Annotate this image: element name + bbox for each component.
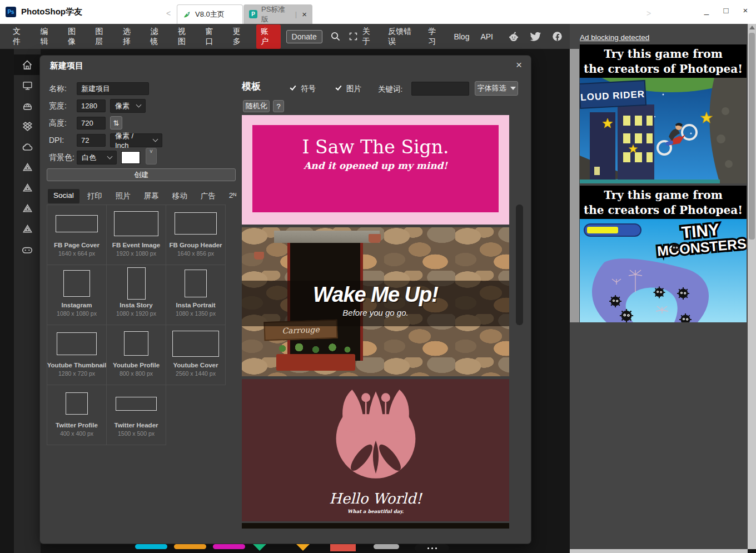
fullscreen-icon[interactable] bbox=[349, 32, 358, 41]
cloud-icon bbox=[21, 141, 33, 153]
scrollbar-thumb[interactable] bbox=[749, 33, 755, 240]
tab-social[interactable]: Social bbox=[48, 189, 79, 203]
sidebar-item-gdrive-4[interactable] bbox=[14, 219, 41, 240]
menu-more[interactable]: 更多 bbox=[227, 24, 254, 49]
screen: Ps PhotoShop学友 < V8.0主页 P PS标准版 | × > _ … bbox=[0, 0, 756, 553]
color-picker-expand-button[interactable]: ˅ bbox=[146, 148, 157, 165]
template-youtube-thumbnail[interactable]: Youtube Thumbnail 1280 x 720 px bbox=[47, 325, 107, 385]
templates-scrollbar[interactable] bbox=[516, 205, 523, 325]
tab-mobile[interactable]: 移动 bbox=[167, 189, 193, 203]
tab-power-of-two[interactable]: 2ᴺ bbox=[223, 189, 242, 203]
menu-select[interactable]: 选择 bbox=[117, 24, 144, 49]
font-filter-button[interactable]: 字体筛选 bbox=[475, 81, 518, 96]
tab-ads[interactable]: 广告 bbox=[195, 189, 221, 203]
sidebar-item-this-device[interactable] bbox=[14, 75, 41, 96]
page-scrollbar[interactable] bbox=[748, 24, 756, 549]
sidebar-item-onedrive[interactable] bbox=[14, 137, 41, 157]
keyword-input[interactable] bbox=[411, 82, 469, 96]
tab-photo[interactable]: 照片 bbox=[110, 189, 136, 203]
menu-window[interactable]: 窗口 bbox=[199, 24, 226, 49]
chevron-down-icon bbox=[153, 137, 158, 142]
dialog-close-icon[interactable]: × bbox=[514, 58, 524, 72]
template-youtube-profile[interactable]: Youtube Profile 800 x 800 px bbox=[107, 325, 166, 385]
tiny-monsters-image: TINY MOONSTERS bbox=[580, 219, 747, 322]
sidebar-item-gdrive-3[interactable] bbox=[14, 198, 41, 219]
template-fb-group-header[interactable]: FB Group Header 1640 x 856 px bbox=[166, 205, 226, 265]
template-category-tabs: Social 打印 照片 屏幕 移动 广告 2ᴺ bbox=[48, 189, 242, 203]
template-sliver-red bbox=[330, 544, 356, 551]
tab-close-icon[interactable]: × bbox=[302, 9, 307, 19]
ad-loud-rider[interactable]: Try this game from the creators of Photo… bbox=[580, 44, 747, 183]
minimize-button[interactable]: _ bbox=[700, 6, 713, 15]
dpi-input[interactable] bbox=[77, 134, 106, 147]
swap-arrows-icon: ⇅ bbox=[113, 119, 120, 127]
menu-image[interactable]: 图像 bbox=[62, 24, 89, 49]
menu-blog[interactable]: Blog bbox=[449, 29, 474, 44]
reddit-icon[interactable] bbox=[508, 31, 520, 43]
sidebar-item-gdrive-1[interactable] bbox=[14, 157, 41, 178]
sidebar-item-home[interactable] bbox=[14, 54, 41, 75]
template-twitter-header[interactable]: Twitter Header 1500 x 500 px bbox=[107, 385, 166, 445]
template-preview-wall[interactable]: Carrouge Wake Me Up! Before you go go. bbox=[242, 227, 509, 376]
maximize-button[interactable]: □ bbox=[720, 6, 732, 15]
flower-pot bbox=[254, 252, 264, 260]
ad-blocking-link[interactable]: Ad blocking detected bbox=[580, 33, 649, 42]
width-unit-select[interactable]: 像素 bbox=[110, 99, 146, 113]
menu-view[interactable]: 视图 bbox=[172, 24, 199, 49]
height-input[interactable] bbox=[77, 117, 106, 129]
menu-layer[interactable]: 图层 bbox=[89, 24, 116, 49]
background-select[interactable]: 白色 bbox=[77, 151, 117, 165]
menu-edit[interactable]: 编辑 bbox=[34, 24, 61, 49]
menu-about[interactable]: 关于 bbox=[358, 24, 381, 49]
gdrive-icon bbox=[22, 203, 33, 215]
name-input[interactable] bbox=[77, 82, 149, 95]
sidebar-item-gdrive-2[interactable] bbox=[14, 178, 41, 198]
width-label: 宽度: bbox=[49, 101, 67, 111]
template-fb-page-cover[interactable]: FB Page Cover 1640 x 664 px bbox=[47, 205, 107, 265]
monitor-icon bbox=[22, 79, 33, 91]
help-button[interactable]: ? bbox=[273, 100, 284, 112]
sidebar-item-templates[interactable] bbox=[14, 96, 41, 116]
template-insta-portrait[interactable]: Insta Portrait 1080 x 1350 px bbox=[166, 265, 226, 325]
template-insta-story[interactable]: Insta Story 1080 x 1920 px bbox=[107, 265, 166, 325]
menu-file[interactable]: 文件 bbox=[7, 24, 34, 49]
search-icon[interactable] bbox=[330, 31, 341, 42]
sidebar-item-games[interactable] bbox=[14, 240, 41, 260]
scroll-up-icon[interactable] bbox=[749, 26, 755, 29]
browser-tab-photopea[interactable]: P PS标准版 | × bbox=[243, 4, 312, 24]
menu-learn[interactable]: 学习 bbox=[424, 24, 447, 49]
menu-report-bug[interactable]: 反馈错误 bbox=[384, 24, 421, 49]
template-youtube-cover[interactable]: Youtube Cover 2560 x 1440 px bbox=[166, 325, 226, 385]
dpi-unit-select[interactable]: 像素 / Inch bbox=[110, 133, 162, 147]
dpi-label: DPI: bbox=[49, 136, 64, 145]
triangle-down-icon bbox=[510, 87, 516, 90]
templates-panel-title: 模板 bbox=[242, 80, 261, 93]
randomize-button[interactable]: 随机化 bbox=[243, 100, 270, 112]
template-fb-event-image[interactable]: FB Event Image 1920 x 1080 px bbox=[107, 205, 166, 265]
dropbox-icon bbox=[22, 121, 33, 132]
menu-filter[interactable]: 滤镜 bbox=[144, 24, 171, 49]
twitter-icon[interactable] bbox=[530, 31, 541, 42]
facebook-icon[interactable] bbox=[551, 31, 563, 42]
width-input[interactable] bbox=[77, 99, 106, 112]
template-twitter-profile[interactable]: Twitter Profile 400 x 400 px bbox=[47, 385, 107, 445]
poster-subtitle: Before you go go. bbox=[242, 308, 509, 317]
template-preview-flower[interactable]: Hello World! What a beautiful day. bbox=[242, 379, 509, 521]
tab-scroll-right-icon[interactable]: > bbox=[646, 9, 651, 18]
create-button[interactable]: 创建 bbox=[47, 168, 236, 181]
background-color-swatch[interactable] bbox=[121, 151, 140, 164]
browser-tab-home[interactable]: V8.0主页 bbox=[177, 4, 243, 24]
tab-screen[interactable]: 屏幕 bbox=[138, 189, 165, 203]
donate-button[interactable]: Donate bbox=[286, 30, 322, 43]
tab-scroll-left-icon[interactable]: < bbox=[166, 9, 171, 18]
tab-print[interactable]: 打印 bbox=[82, 189, 108, 203]
close-button[interactable]: × bbox=[739, 6, 752, 15]
template-preview-partial bbox=[242, 523, 509, 529]
template-preview-sign[interactable]: I Saw The Sign. And it opened up my mind… bbox=[242, 115, 509, 225]
menu-api[interactable]: API bbox=[476, 29, 498, 44]
ad-tiny-monsters[interactable]: Try this game from the creators of Photo… bbox=[580, 186, 747, 322]
sidebar-item-dropbox[interactable] bbox=[14, 116, 41, 137]
swap-dimensions-button[interactable]: ⇅ bbox=[110, 116, 122, 129]
account-button[interactable]: 账户 bbox=[256, 24, 280, 49]
template-instagram[interactable]: Instagram 1080 x 1080 px bbox=[47, 265, 107, 325]
